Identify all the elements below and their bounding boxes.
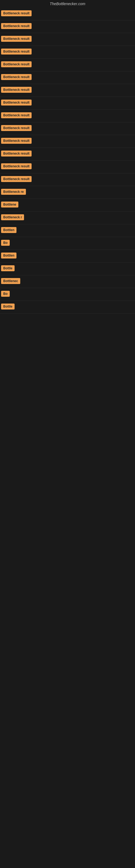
result-row-3: Bottleneck result: [0, 33, 135, 46]
bottleneck-badge-21[interactable]: Bottle: [1, 265, 14, 271]
bottleneck-badge-1[interactable]: Bottleneck result: [1, 10, 32, 16]
bottleneck-badge-5[interactable]: Bottleneck result: [1, 61, 32, 67]
result-row-11: Bottleneck result: [0, 135, 135, 148]
bottleneck-badge-8[interactable]: Bottleneck result: [1, 99, 32, 105]
bottleneck-badge-17[interactable]: Bottleneck r: [1, 214, 24, 220]
bottleneck-badge-4[interactable]: Bottleneck result: [1, 49, 32, 55]
result-row-16: Bottlene: [0, 199, 135, 212]
result-row-9: Bottleneck result: [0, 110, 135, 122]
result-row-14: Bottleneck result: [0, 173, 135, 186]
result-row-18: Bottlen: [0, 224, 135, 237]
bottleneck-badge-14[interactable]: Bottleneck result: [1, 176, 32, 182]
bottleneck-badge-10[interactable]: Bottleneck result: [1, 125, 32, 131]
bottleneck-badge-19[interactable]: Bo: [1, 240, 10, 246]
bottleneck-badge-13[interactable]: Bottleneck result: [1, 163, 32, 169]
result-row-23: Bo: [0, 288, 135, 301]
result-row-21: Bottle: [0, 262, 135, 275]
bottleneck-badge-15[interactable]: Bottleneck re: [1, 189, 26, 195]
results-list: Bottleneck resultBottleneck resultBottle…: [0, 8, 135, 314]
result-row-17: Bottleneck r: [0, 212, 135, 224]
result-row-24: Bottle: [0, 301, 135, 314]
result-row-12: Bottleneck result: [0, 148, 135, 161]
bottleneck-badge-18[interactable]: Bottlen: [1, 227, 16, 233]
bottleneck-badge-24[interactable]: Bottle: [1, 304, 14, 310]
result-row-7: Bottleneck result: [0, 84, 135, 97]
result-row-10: Bottleneck result: [0, 122, 135, 135]
bottleneck-badge-12[interactable]: Bottleneck result: [1, 151, 32, 156]
result-row-22: Bottlenec: [0, 275, 135, 288]
result-row-4: Bottleneck result: [0, 46, 135, 59]
bottleneck-badge-7[interactable]: Bottleneck result: [1, 87, 32, 93]
result-row-6: Bottleneck result: [0, 71, 135, 84]
site-title-container: TheBottlenecker.com: [0, 0, 135, 8]
result-row-20: Bottlen: [0, 250, 135, 262]
result-row-13: Bottleneck result: [0, 161, 135, 173]
bottleneck-badge-16[interactable]: Bottlene: [1, 202, 18, 208]
bottleneck-badge-23[interactable]: Bo: [1, 291, 10, 297]
bottleneck-badge-2[interactable]: Bottleneck result: [1, 23, 32, 29]
result-row-15: Bottleneck re: [0, 186, 135, 199]
bottleneck-badge-20[interactable]: Bottlen: [1, 252, 16, 258]
bottleneck-badge-11[interactable]: Bottleneck result: [1, 138, 32, 144]
result-row-1: Bottleneck result: [0, 8, 135, 20]
bottleneck-badge-6[interactable]: Bottleneck result: [1, 74, 32, 80]
bottleneck-badge-3[interactable]: Bottleneck result: [1, 36, 32, 42]
bottleneck-badge-22[interactable]: Bottlenec: [1, 278, 20, 284]
site-title: TheBottlenecker.com: [0, 0, 135, 8]
bottleneck-badge-9[interactable]: Bottleneck result: [1, 112, 32, 118]
result-row-5: Bottleneck result: [0, 59, 135, 71]
result-row-2: Bottleneck result: [0, 20, 135, 33]
result-row-19: Bo: [0, 237, 135, 250]
result-row-8: Bottleneck result: [0, 97, 135, 110]
